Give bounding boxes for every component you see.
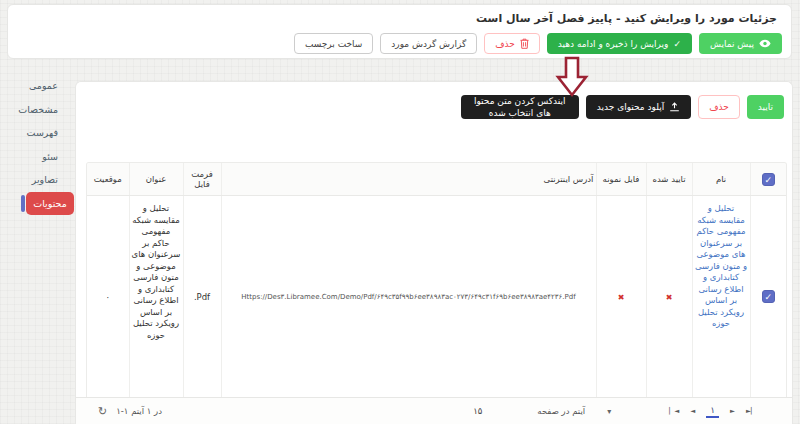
sidebar-item-specifications[interactable]: مشخصات	[0, 98, 70, 122]
cell-position: ۰	[87, 196, 129, 398]
approve-button-label: تایید	[758, 102, 773, 112]
refresh-icon[interactable]: ↻	[98, 405, 107, 418]
table-row: ✓ تحلیل و مقایسه شبکه مفهومی حاکم بر سرع…	[87, 196, 786, 398]
content-name-link[interactable]: تحلیل و مقایسه شبکه مفهومی حاکم بر سرعنو…	[695, 203, 748, 330]
page: { "header": { "title": "جزئیات مورد را و…	[0, 0, 800, 424]
upload-new-content-button[interactable]: آپلود محتوای جدید	[586, 95, 691, 119]
index-selected-content-button[interactable]: ایندکس کردن متن محتوا های انتخاب شده	[461, 95, 579, 119]
page-title: جزئیات مورد را ویرایش کنید - پاییز فصل آ…	[476, 12, 777, 25]
next-page-button[interactable]: ►	[730, 407, 735, 415]
sidebar-tabs: عمومی مشخصات فهرست سئو تصاویر محتویات	[0, 74, 70, 215]
report-circulation-button[interactable]: گزارش گردش مورد	[380, 33, 477, 54]
delete-button[interactable]: حذف	[484, 33, 540, 54]
header-name: نام	[692, 163, 750, 196]
content-title: تحلیل و مقایسه شبکه مفهومی حاکم بر سرعنو…	[132, 203, 181, 341]
sidebar-item-images[interactable]: تصاویر	[0, 168, 70, 192]
header-title: عنوان	[129, 163, 183, 196]
approve-button[interactable]: تایید	[747, 95, 784, 119]
annotation-arrow-icon	[553, 56, 591, 98]
upload-icon	[669, 102, 680, 112]
sidebar-item-contents[interactable]: محتویات	[26, 192, 74, 216]
header-sample-file: فایل نمونه	[596, 163, 646, 196]
header-url: آدرس اینترنتی	[221, 163, 596, 196]
index-selected-content-button-label: ایندکس کردن متن محتوا های انتخاب شده	[470, 95, 570, 119]
check-icon: ✓	[673, 39, 681, 49]
header-actions: پیش نمایش ✓ ویرایش را ذخیره و ادامه دهید…	[294, 33, 782, 54]
header-file-format: فرمت فایل	[183, 163, 221, 196]
make-label-button[interactable]: ساخت برچسب	[294, 33, 373, 54]
grid-pager: ↻ ۱-۱ در ۱ آیتم ۱۵ آیتم در صفحه ▾ ▏◄ ◄ ۱…	[76, 397, 792, 424]
header-approved: تایید شده	[646, 163, 692, 196]
cell-sample-file: ✖	[596, 196, 646, 398]
not-approved-x-icon: ✖	[666, 293, 673, 302]
cell-url: Https://Des۳.Libramee.Com/Demo/Pdf/۶۴۹c۳…	[221, 196, 596, 398]
page-size-label: آیتم در صفحه	[537, 406, 585, 416]
sidebar-item-index[interactable]: فهرست	[0, 121, 70, 145]
header-card: جزئیات مورد را ویرایش کنید - پاییز فصل آ…	[7, 4, 792, 59]
last-page-button[interactable]: ►▏	[746, 407, 756, 415]
cell-approved: ✖	[646, 196, 692, 398]
delete-content-button[interactable]: حذف	[698, 95, 740, 119]
preview-button[interactable]: پیش نمایش	[699, 33, 782, 54]
row-checkbox[interactable]: ✓	[762, 290, 775, 303]
row-select-cell: ✓	[750, 196, 786, 398]
save-continue-button-label: ویرایش را ذخیره و ادامه دهید	[558, 39, 669, 49]
trash-icon	[520, 38, 529, 49]
contents-toolbar: تایید حذف آپلود محتوای جدید ایندکس کردن …	[461, 95, 784, 119]
current-page-button[interactable]: ۱	[706, 405, 719, 418]
upload-new-content-button-label: آپلود محتوای جدید	[597, 102, 664, 112]
delete-button-label: حذف	[495, 39, 515, 49]
chevron-down-icon[interactable]: ▾	[607, 407, 611, 416]
cell-title: تحلیل و مقایسه شبکه مفهومی حاکم بر سرعنو…	[129, 196, 183, 398]
pager-info: ۱-۱ در ۱ آیتم	[116, 406, 162, 416]
contents-panel: تایید حذف آپلود محتوای جدید ایندکس کردن …	[75, 81, 793, 424]
no-sample-file-x-icon: ✖	[618, 293, 625, 302]
content-url: Https://Des۳.Libramee.Com/Demo/Pdf/۶۴۹c۳…	[224, 293, 594, 301]
first-page-button[interactable]: ▏◄	[669, 407, 679, 415]
make-label-button-label: ساخت برچسب	[305, 39, 362, 49]
select-all-checkbox[interactable]: ✓	[762, 173, 775, 186]
preview-button-label: پیش نمایش	[710, 39, 754, 49]
grid-header-row: ✓ نام تایید شده فایل نمونه آدرس اینترنتی…	[87, 163, 786, 196]
pager-nav: ▏◄ ◄ ۱ ► ►▏	[669, 405, 756, 418]
contents-grid: ✓ نام تایید شده فایل نمونه آدرس اینترنتی…	[86, 162, 787, 397]
file-format-value: Pdf.	[194, 292, 210, 302]
save-continue-button[interactable]: ✓ ویرایش را ذخیره و ادامه دهید	[547, 33, 692, 54]
page-size-value[interactable]: ۱۵	[473, 406, 482, 416]
delete-content-button-label: حذف	[709, 102, 729, 112]
cell-file-format: Pdf.	[183, 196, 221, 398]
sidebar-item-general[interactable]: عمومی	[0, 74, 70, 98]
header-position: موقعیت	[87, 163, 129, 196]
position-value: ۰	[105, 292, 110, 302]
cell-name: تحلیل و مقایسه شبکه مفهومی حاکم بر سرعنو…	[692, 196, 750, 398]
eye-icon	[759, 39, 771, 48]
report-circulation-button-label: گزارش گردش مورد	[391, 39, 466, 49]
header-select-all-cell: ✓	[750, 163, 786, 196]
sidebar-item-seo[interactable]: سئو	[0, 145, 70, 169]
prev-page-button[interactable]: ◄	[690, 407, 695, 415]
